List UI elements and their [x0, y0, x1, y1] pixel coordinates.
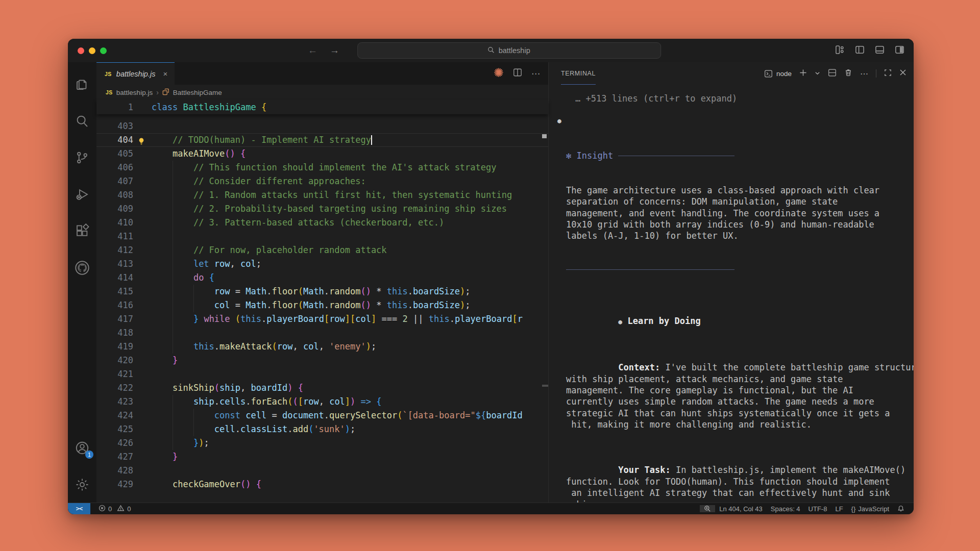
accounts-icon[interactable]: 1 [70, 435, 94, 461]
code-line[interactable]: 412 // For now, placeholder random attac… [96, 243, 548, 257]
terminal-tab[interactable]: TERMINAL [561, 62, 596, 85]
remote-indicator[interactable]: >< [68, 503, 90, 514]
tab-bar: JS battleship.js × ⋯ [96, 62, 548, 85]
close-window-button[interactable] [78, 47, 84, 54]
indent-guide [173, 326, 173, 340]
overview-ruler-cursor-marker [542, 134, 547, 138]
indent-guide [173, 409, 173, 422]
extensions-icon[interactable] [70, 218, 94, 244]
breadcrumb-file[interactable]: battleship.js [116, 89, 153, 96]
indent-guide [173, 422, 173, 436]
tab-battleship-js[interactable]: JS battleship.js × [96, 62, 175, 85]
terminal-dropdown-chevron-icon[interactable] [815, 69, 820, 78]
navigate-forward-button[interactable]: → [330, 45, 339, 56]
line-number: 416 [96, 298, 133, 312]
github-icon[interactable] [70, 255, 94, 281]
code-line[interactable]: 406 // This function should implement th… [96, 161, 548, 174]
warning-icon [117, 505, 125, 513]
code-line[interactable]: 405 makeAIMove() { [96, 147, 548, 161]
code-line[interactable]: 408 // 1. Random attacks until first hit… [96, 188, 548, 202]
line-number: 425 [96, 422, 133, 436]
encoding-status[interactable]: UTF-8 [804, 505, 831, 513]
code-editor[interactable]: 403404 // TODO(human) - Implement AI str… [96, 114, 548, 503]
indent-guide [193, 285, 194, 298]
code-line[interactable]: 425 cell.classList.add('sunk'); [96, 422, 548, 436]
kill-terminal-icon[interactable] [844, 68, 852, 79]
run-debug-icon[interactable] [70, 182, 94, 207]
error-count: 0 [108, 505, 112, 513]
explorer-icon[interactable] [70, 71, 94, 97]
learn-by-doing-heading: ● Learn by Doing [566, 304, 901, 339]
search-sidebar-icon[interactable] [70, 108, 94, 134]
code-line[interactable]: 403 [96, 119, 548, 133]
code-line[interactable]: 429 checkGameOver() { [96, 478, 548, 491]
cursor-position-status[interactable]: Ln 404, Col 43 [715, 505, 767, 513]
code-line[interactable]: 424 const cell = document.querySelector(… [96, 409, 548, 422]
insight-body: The game architecture uses a class-based… [566, 185, 901, 242]
line-number: 420 [96, 354, 133, 367]
close-panel-icon[interactable] [899, 69, 906, 78]
split-editor-icon[interactable] [513, 68, 522, 79]
code-line[interactable]: 427 } [96, 450, 548, 464]
code-line[interactable]: 428 [96, 464, 548, 478]
claude-starburst-icon[interactable] [494, 67, 504, 80]
code-line[interactable]: 422 sinkShip(ship, boardId) { [96, 381, 548, 395]
code-line[interactable]: 404 // TODO(human) - Implement AI strate… [96, 133, 548, 147]
code-line[interactable]: 410 // 3. Pattern-based attacks (checker… [96, 216, 548, 230]
navigate-back-button[interactable]: ← [308, 45, 317, 56]
command-center-search[interactable]: battleship [357, 42, 661, 59]
split-terminal-icon[interactable] [828, 68, 837, 79]
problems-status[interactable]: 0 0 [94, 505, 135, 513]
language-mode-status[interactable]: {} JavaScript [847, 505, 893, 513]
line-number: 415 [96, 285, 133, 298]
eol-status[interactable]: LF [831, 505, 847, 513]
code-line[interactable]: 415 row = Math.floor(Math.random() * thi… [96, 285, 548, 298]
source-control-icon[interactable] [70, 145, 94, 170]
bullet-icon: ● [618, 318, 622, 325]
code-line[interactable]: 413 let row, col; [96, 257, 548, 271]
language-label: JavaScript [858, 505, 889, 513]
code-line[interactable]: 419 this.makeAttack(row, col, 'enemy'); [96, 340, 548, 354]
warning-count: 0 [127, 505, 131, 513]
code-line[interactable]: 418 [96, 326, 548, 340]
terminal-output[interactable]: … +513 lines (ctrl+r to expand) ● ✻ Insi… [549, 85, 914, 503]
line-number: 429 [96, 478, 133, 491]
line-number: 426 [96, 436, 133, 450]
code-line[interactable]: 416 col = Math.floor(Math.random() * thi… [96, 298, 548, 312]
toggle-secondary-sidebar-icon[interactable] [895, 45, 904, 55]
toggle-panel-icon[interactable] [875, 45, 885, 55]
code-line[interactable]: 414 do { [96, 271, 548, 285]
insight-rule-bottom [566, 269, 734, 270]
line-number: 403 [96, 119, 133, 133]
minimize-window-button[interactable] [89, 47, 95, 54]
code-line[interactable]: 426 }); [96, 436, 548, 450]
customize-layout-icon[interactable] [835, 45, 845, 55]
code-line[interactable]: 407 // Consider different approaches: [96, 174, 548, 188]
code-line[interactable]: 417 } while (this.playerBoard[row][col] … [96, 312, 548, 326]
code-line[interactable]: 420 } [96, 354, 548, 367]
terminal-shell-label: node [776, 70, 792, 78]
sticky-scroll-line[interactable]: 1 class BattleshipGame { [96, 100, 548, 114]
new-terminal-icon[interactable] [799, 69, 807, 79]
editor-scrollbar[interactable] [542, 385, 548, 387]
indent-guide [173, 312, 173, 326]
panel-more-actions-icon[interactable]: ⋯ [860, 69, 868, 79]
breadcrumb-symbol[interactable]: BattleshipGame [173, 89, 222, 96]
zoom-window-button[interactable] [100, 47, 107, 54]
toggle-primary-sidebar-icon[interactable] [855, 45, 865, 55]
tab-close-icon[interactable]: × [163, 69, 167, 78]
code-line[interactable]: 411 [96, 230, 548, 243]
screencast-zoom-icon[interactable] [700, 505, 715, 512]
code-line[interactable]: 409 // 2. Probability-based targeting us… [96, 202, 548, 216]
indent-guide [173, 161, 173, 174]
notifications-bell-icon[interactable] [893, 505, 909, 512]
indentation-status[interactable]: Spaces: 4 [767, 505, 804, 513]
maximize-panel-icon[interactable] [884, 69, 892, 79]
indent-guide [173, 257, 173, 271]
settings-gear-icon[interactable] [70, 472, 94, 497]
more-actions-icon[interactable]: ⋯ [531, 68, 540, 79]
terminal-instance-node[interactable]: node [764, 69, 792, 78]
code-line[interactable]: 421 [96, 367, 548, 381]
code-line[interactable]: 423 ship.cells.forEach(([row, col]) => { [96, 395, 548, 409]
collapsed-lines-note[interactable]: … +513 lines (ctrl+r to expand) [575, 93, 901, 104]
